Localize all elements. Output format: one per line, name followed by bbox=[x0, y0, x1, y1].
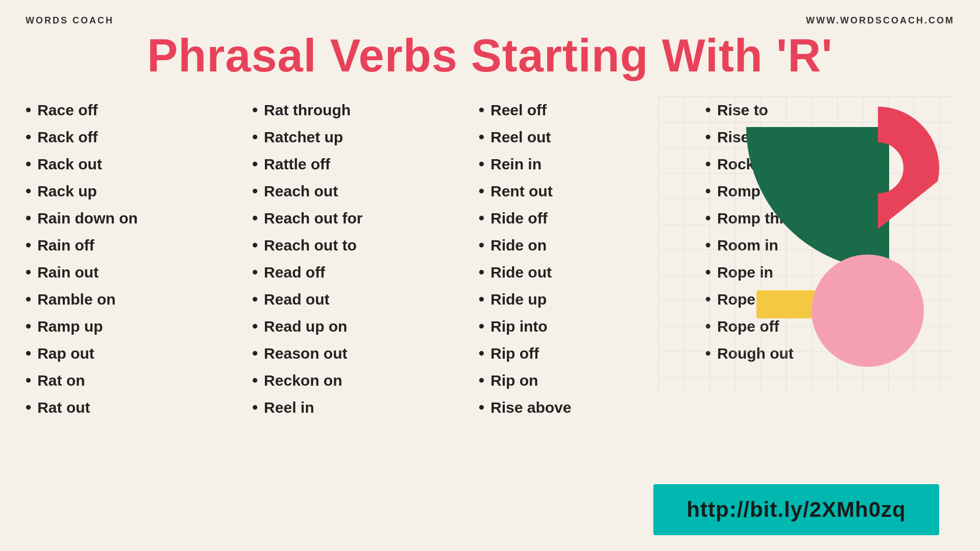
list-item: Rain off bbox=[26, 232, 252, 259]
list-item: Rat through bbox=[252, 96, 479, 123]
list-item: Ramp up bbox=[26, 313, 252, 340]
page-title: Phrasal Verbs Starting With 'R' bbox=[0, 0, 980, 81]
list-item: Reckon on bbox=[252, 367, 479, 394]
list-item: Rack off bbox=[26, 123, 252, 151]
list-item: Ramble on bbox=[26, 286, 252, 313]
list-col2: Rat throughRatchet upRattle offReach out… bbox=[252, 96, 479, 421]
list-item: Rattle off bbox=[252, 151, 479, 178]
list-item: Rap out bbox=[26, 340, 252, 367]
list-item: Rain down on bbox=[26, 205, 252, 232]
list-item: Reach out to bbox=[252, 232, 479, 259]
content-area: Race offRack offRack outRack upRain down… bbox=[0, 81, 980, 540]
brand-left: WORDS COACH bbox=[26, 15, 114, 26]
list-item: Reach out for bbox=[252, 205, 479, 232]
column-1: Race offRack offRack outRack upRain down… bbox=[26, 96, 252, 540]
list-item: Race off bbox=[26, 96, 252, 123]
list-item: Reel in bbox=[252, 394, 479, 421]
pink-circle-shape bbox=[812, 255, 924, 367]
list-item: Ratchet up bbox=[252, 123, 479, 151]
url-banner: http://bit.ly/2XMh0zq bbox=[653, 484, 939, 535]
list-item: Rain out bbox=[26, 259, 252, 286]
list-item: Rat on bbox=[26, 367, 252, 394]
list-item: Rise above bbox=[479, 394, 705, 421]
list-item: Rat out bbox=[26, 394, 252, 421]
right-section: Rise toRise upRock upRomp inRomp through… bbox=[705, 96, 954, 540]
list-item: Read off bbox=[252, 259, 479, 286]
column-2: Rat throughRatchet upRattle offReach out… bbox=[252, 96, 479, 540]
list-item: Read out bbox=[252, 286, 479, 313]
list-item: Rack up bbox=[26, 178, 252, 205]
list-col1: Race offRack offRack outRack upRain down… bbox=[26, 96, 252, 421]
list-item: Reason out bbox=[252, 340, 479, 367]
list-item: Reach out bbox=[252, 178, 479, 205]
list-item: Rack out bbox=[26, 151, 252, 178]
url-text: http://bit.ly/2XMh0zq bbox=[687, 497, 905, 522]
brand-right: WWW.WORDSCOACH.COM bbox=[806, 15, 954, 26]
list-item: Read up on bbox=[252, 313, 479, 340]
